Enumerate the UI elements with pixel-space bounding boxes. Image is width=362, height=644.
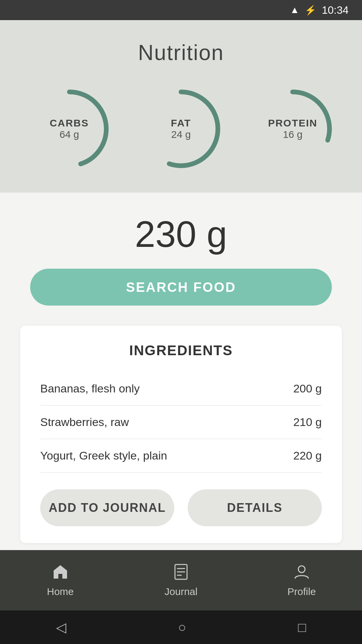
ingredient-name-2: Yogurt, Greek style, plain: [40, 449, 167, 462]
android-nav: ◁ ○ □: [0, 610, 362, 644]
signal-icon: ▲: [290, 5, 299, 15]
macros-row: CARBS 64 g FAT 24 g PROTEIN 16 g: [13, 85, 349, 172]
nav-item-profile[interactable]: Profile: [241, 563, 362, 597]
battery-icon: ⚡: [305, 5, 316, 16]
ingredients-title: INGREDIENTS: [40, 342, 322, 359]
add-to-journal-button[interactable]: ADD TO JOURNAL: [40, 489, 174, 526]
ingredient-row: Yogurt, Greek style, plain 220 g: [40, 439, 322, 473]
nav-label-home: Home: [47, 586, 74, 597]
nav-item-journal[interactable]: Journal: [121, 563, 241, 597]
profile-icon: [293, 563, 310, 583]
main-content: 230 g SEARCH FOOD INGREDIENTS Bananas, f…: [0, 193, 362, 550]
fat-circle: FAT 24 g: [137, 85, 225, 172]
back-button[interactable]: ◁: [56, 620, 66, 635]
protein-label: PROTEIN: [268, 117, 317, 129]
nutrition-title: Nutrition: [138, 40, 224, 65]
ingredient-amount-2: 220 g: [293, 449, 322, 462]
nav-item-home[interactable]: Home: [0, 563, 121, 597]
total-weight: 230 g: [135, 213, 227, 255]
home-icon: [52, 563, 69, 583]
ingredient-row: Strawberries, raw 210 g: [40, 406, 322, 439]
carbs-value: 64 g: [50, 129, 89, 140]
protein-value: 16 g: [268, 129, 317, 140]
ingredient-amount-0: 200 g: [293, 382, 322, 395]
nav-label-profile: Profile: [287, 586, 316, 597]
details-button[interactable]: DETAILS: [188, 489, 322, 526]
carbs-circle: CARBS 64 g: [26, 85, 113, 172]
ingredient-name-0: Bananas, flesh only: [40, 382, 140, 395]
status-time: 10:34: [322, 4, 349, 16]
bottom-nav: Home Journal Profile: [0, 550, 362, 610]
home-button[interactable]: ○: [178, 620, 186, 635]
ingredient-name-1: Strawberries, raw: [40, 416, 129, 429]
journal-icon: [172, 563, 190, 583]
ingredients-card: INGREDIENTS Bananas, flesh only 200 g St…: [20, 326, 342, 543]
search-food-button[interactable]: SEARCH FOOD: [30, 269, 332, 306]
fat-value: 24 g: [171, 129, 191, 140]
ingredient-amount-1: 210 g: [293, 416, 322, 429]
protein-circle: PROTEIN 16 g: [249, 85, 336, 172]
nav-label-journal: Journal: [165, 586, 197, 597]
status-bar: ▲ ⚡ 10:34: [0, 0, 362, 20]
recents-button[interactable]: □: [298, 620, 306, 635]
card-buttons: ADD TO JOURNAL DETAILS: [40, 489, 322, 526]
fat-label: FAT: [171, 117, 191, 129]
svg-point-10: [298, 566, 305, 573]
nutrition-section: Nutrition CARBS 64 g FAT 24 g: [0, 20, 362, 193]
carbs-label: CARBS: [50, 117, 89, 129]
ingredient-row: Bananas, flesh only 200 g: [40, 372, 322, 406]
